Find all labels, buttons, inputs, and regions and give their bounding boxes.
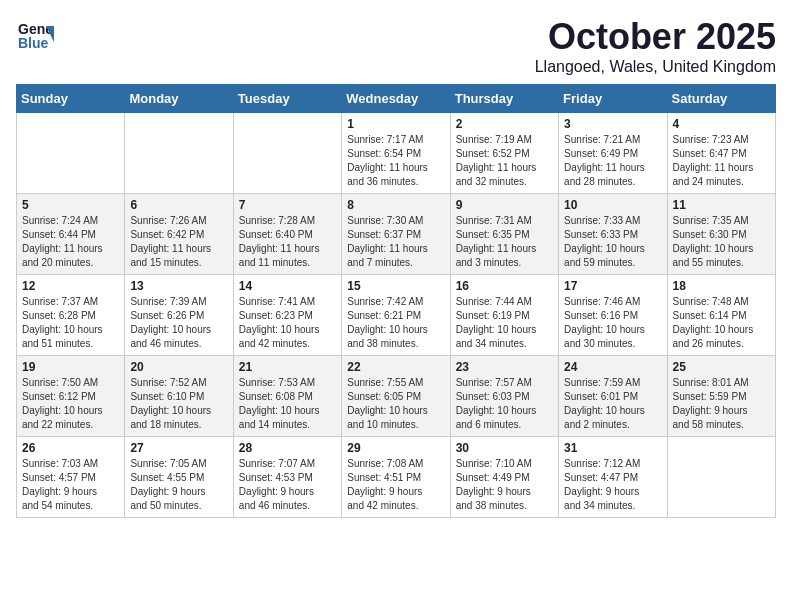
day-number: 7 [239, 198, 336, 212]
calendar-cell: 3Sunrise: 7:21 AMSunset: 6:49 PMDaylight… [559, 113, 667, 194]
day-number: 13 [130, 279, 227, 293]
calendar-cell: 20Sunrise: 7:52 AMSunset: 6:10 PMDayligh… [125, 356, 233, 437]
cell-content: Sunrise: 7:44 AMSunset: 6:19 PMDaylight:… [456, 295, 553, 351]
calendar-cell: 12Sunrise: 7:37 AMSunset: 6:28 PMDayligh… [17, 275, 125, 356]
day-number: 18 [673, 279, 770, 293]
calendar-row: 26Sunrise: 7:03 AMSunset: 4:57 PMDayligh… [17, 437, 776, 518]
day-number: 30 [456, 441, 553, 455]
calendar-cell [233, 113, 341, 194]
day-number: 23 [456, 360, 553, 374]
cell-content: Sunrise: 7:55 AMSunset: 6:05 PMDaylight:… [347, 376, 444, 432]
day-number: 4 [673, 117, 770, 131]
day-number: 5 [22, 198, 119, 212]
weekday-header: Sunday [17, 85, 125, 113]
cell-content: Sunrise: 7:57 AMSunset: 6:03 PMDaylight:… [456, 376, 553, 432]
day-number: 19 [22, 360, 119, 374]
cell-content: Sunrise: 7:19 AMSunset: 6:52 PMDaylight:… [456, 133, 553, 189]
calendar-cell: 28Sunrise: 7:07 AMSunset: 4:53 PMDayligh… [233, 437, 341, 518]
calendar-cell: 14Sunrise: 7:41 AMSunset: 6:23 PMDayligh… [233, 275, 341, 356]
day-number: 25 [673, 360, 770, 374]
calendar-cell: 13Sunrise: 7:39 AMSunset: 6:26 PMDayligh… [125, 275, 233, 356]
calendar-cell: 7Sunrise: 7:28 AMSunset: 6:40 PMDaylight… [233, 194, 341, 275]
logo: General Blue [16, 16, 54, 54]
cell-content: Sunrise: 7:31 AMSunset: 6:35 PMDaylight:… [456, 214, 553, 270]
calendar-cell: 11Sunrise: 7:35 AMSunset: 6:30 PMDayligh… [667, 194, 775, 275]
day-number: 9 [456, 198, 553, 212]
cell-content: Sunrise: 7:46 AMSunset: 6:16 PMDaylight:… [564, 295, 661, 351]
day-number: 17 [564, 279, 661, 293]
calendar-cell: 27Sunrise: 7:05 AMSunset: 4:55 PMDayligh… [125, 437, 233, 518]
day-number: 2 [456, 117, 553, 131]
cell-content: Sunrise: 7:52 AMSunset: 6:10 PMDaylight:… [130, 376, 227, 432]
calendar-cell: 15Sunrise: 7:42 AMSunset: 6:21 PMDayligh… [342, 275, 450, 356]
day-number: 10 [564, 198, 661, 212]
calendar-cell: 4Sunrise: 7:23 AMSunset: 6:47 PMDaylight… [667, 113, 775, 194]
day-number: 22 [347, 360, 444, 374]
day-number: 26 [22, 441, 119, 455]
calendar-table: SundayMondayTuesdayWednesdayThursdayFrid… [16, 84, 776, 518]
cell-content: Sunrise: 7:07 AMSunset: 4:53 PMDaylight:… [239, 457, 336, 513]
cell-content: Sunrise: 7:17 AMSunset: 6:54 PMDaylight:… [347, 133, 444, 189]
day-number: 3 [564, 117, 661, 131]
calendar-row: 19Sunrise: 7:50 AMSunset: 6:12 PMDayligh… [17, 356, 776, 437]
weekday-header: Saturday [667, 85, 775, 113]
day-number: 11 [673, 198, 770, 212]
day-number: 1 [347, 117, 444, 131]
header-row: SundayMondayTuesdayWednesdayThursdayFrid… [17, 85, 776, 113]
day-number: 27 [130, 441, 227, 455]
cell-content: Sunrise: 7:39 AMSunset: 6:26 PMDaylight:… [130, 295, 227, 351]
day-number: 28 [239, 441, 336, 455]
calendar-cell: 21Sunrise: 7:53 AMSunset: 6:08 PMDayligh… [233, 356, 341, 437]
cell-content: Sunrise: 7:08 AMSunset: 4:51 PMDaylight:… [347, 457, 444, 513]
header: General Blue October 2025 Llangoed, Wale… [16, 16, 776, 76]
calendar-cell: 6Sunrise: 7:26 AMSunset: 6:42 PMDaylight… [125, 194, 233, 275]
calendar-cell: 9Sunrise: 7:31 AMSunset: 6:35 PMDaylight… [450, 194, 558, 275]
calendar-cell [125, 113, 233, 194]
cell-content: Sunrise: 7:37 AMSunset: 6:28 PMDaylight:… [22, 295, 119, 351]
calendar-cell: 16Sunrise: 7:44 AMSunset: 6:19 PMDayligh… [450, 275, 558, 356]
calendar-cell: 25Sunrise: 8:01 AMSunset: 5:59 PMDayligh… [667, 356, 775, 437]
logo-icon: General Blue [16, 16, 54, 54]
svg-text:Blue: Blue [18, 35, 49, 51]
cell-content: Sunrise: 7:23 AMSunset: 6:47 PMDaylight:… [673, 133, 770, 189]
calendar-cell: 19Sunrise: 7:50 AMSunset: 6:12 PMDayligh… [17, 356, 125, 437]
calendar-cell: 2Sunrise: 7:19 AMSunset: 6:52 PMDaylight… [450, 113, 558, 194]
cell-content: Sunrise: 7:30 AMSunset: 6:37 PMDaylight:… [347, 214, 444, 270]
calendar-cell: 24Sunrise: 7:59 AMSunset: 6:01 PMDayligh… [559, 356, 667, 437]
day-number: 6 [130, 198, 227, 212]
calendar-cell: 17Sunrise: 7:46 AMSunset: 6:16 PMDayligh… [559, 275, 667, 356]
cell-content: Sunrise: 7:10 AMSunset: 4:49 PMDaylight:… [456, 457, 553, 513]
day-number: 16 [456, 279, 553, 293]
title-area: October 2025 Llangoed, Wales, United Kin… [535, 16, 776, 76]
calendar-cell: 31Sunrise: 7:12 AMSunset: 4:47 PMDayligh… [559, 437, 667, 518]
day-number: 12 [22, 279, 119, 293]
day-number: 15 [347, 279, 444, 293]
calendar-cell [17, 113, 125, 194]
cell-content: Sunrise: 7:26 AMSunset: 6:42 PMDaylight:… [130, 214, 227, 270]
cell-content: Sunrise: 8:01 AMSunset: 5:59 PMDaylight:… [673, 376, 770, 432]
day-number: 24 [564, 360, 661, 374]
calendar-cell: 5Sunrise: 7:24 AMSunset: 6:44 PMDaylight… [17, 194, 125, 275]
cell-content: Sunrise: 7:03 AMSunset: 4:57 PMDaylight:… [22, 457, 119, 513]
cell-content: Sunrise: 7:28 AMSunset: 6:40 PMDaylight:… [239, 214, 336, 270]
weekday-header: Thursday [450, 85, 558, 113]
cell-content: Sunrise: 7:41 AMSunset: 6:23 PMDaylight:… [239, 295, 336, 351]
calendar-cell: 26Sunrise: 7:03 AMSunset: 4:57 PMDayligh… [17, 437, 125, 518]
location-title: Llangoed, Wales, United Kingdom [535, 58, 776, 76]
calendar-cell: 23Sunrise: 7:57 AMSunset: 6:03 PMDayligh… [450, 356, 558, 437]
calendar-row: 12Sunrise: 7:37 AMSunset: 6:28 PMDayligh… [17, 275, 776, 356]
calendar-cell: 1Sunrise: 7:17 AMSunset: 6:54 PMDaylight… [342, 113, 450, 194]
day-number: 20 [130, 360, 227, 374]
calendar-row: 1Sunrise: 7:17 AMSunset: 6:54 PMDaylight… [17, 113, 776, 194]
cell-content: Sunrise: 7:42 AMSunset: 6:21 PMDaylight:… [347, 295, 444, 351]
day-number: 14 [239, 279, 336, 293]
cell-content: Sunrise: 7:05 AMSunset: 4:55 PMDaylight:… [130, 457, 227, 513]
cell-content: Sunrise: 7:24 AMSunset: 6:44 PMDaylight:… [22, 214, 119, 270]
calendar-cell [667, 437, 775, 518]
weekday-header: Friday [559, 85, 667, 113]
cell-content: Sunrise: 7:21 AMSunset: 6:49 PMDaylight:… [564, 133, 661, 189]
cell-content: Sunrise: 7:59 AMSunset: 6:01 PMDaylight:… [564, 376, 661, 432]
day-number: 29 [347, 441, 444, 455]
calendar-cell: 8Sunrise: 7:30 AMSunset: 6:37 PMDaylight… [342, 194, 450, 275]
cell-content: Sunrise: 7:35 AMSunset: 6:30 PMDaylight:… [673, 214, 770, 270]
